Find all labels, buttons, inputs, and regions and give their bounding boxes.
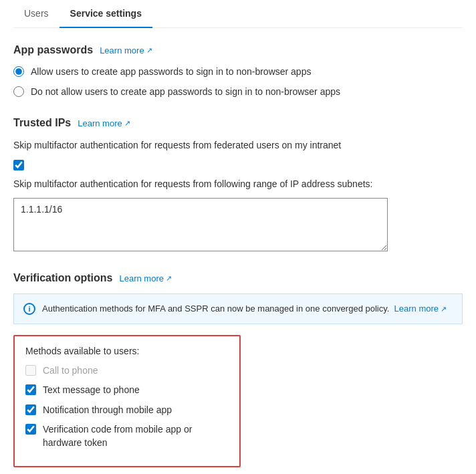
methods-available-title: Methods available to users: [25,346,229,356]
skip-federated-checkbox[interactable] [13,160,24,170]
trusted-ips-external-link-icon: ↗ [124,119,130,128]
notification-mobile-label[interactable]: Notification through mobile app [43,404,172,417]
verification-code-option: Verification code from mobile app or har… [25,423,229,449]
methods-available-box: Methods available to users: Call to phon… [13,335,241,467]
converged-policy-learn-more[interactable]: Learn more ↗ [394,302,447,316]
trusted-ips-learn-more[interactable]: Learn more ↗ [78,118,130,128]
verification-code-checkbox[interactable] [25,424,36,435]
ip-subnets-label: Skip multifactor authentication for requ… [13,177,463,191]
allow-app-passwords-label[interactable]: Allow users to create app passwords to s… [31,66,311,79]
converged-policy-text: Authentication methods for MFA and SSPR … [42,302,447,316]
verification-options-learn-more[interactable]: Learn more ↗ [119,273,171,283]
skip-federated-option [13,159,463,170]
tab-users[interactable]: Users [13,0,60,28]
text-message-label[interactable]: Text message to phone [43,384,140,397]
app-passwords-heading: App passwords [13,44,93,56]
notification-mobile-checkbox[interactable] [25,404,36,415]
skip-federated-label: Skip multifactor authentication for requ… [13,138,463,152]
allow-app-passwords-radio[interactable] [13,66,24,77]
external-link-icon: ↗ [146,46,152,55]
allow-app-passwords-option: Allow users to create app passwords to s… [13,66,463,79]
tab-service-settings[interactable]: Service settings [60,0,152,28]
text-message-option: Text message to phone [25,384,229,397]
converged-policy-external-link-icon: ↗ [441,304,447,315]
app-passwords-learn-more[interactable]: Learn more ↗ [100,45,152,55]
disallow-app-passwords-option: Do not allow users to create app passwor… [13,86,463,99]
verification-options-external-link-icon: ↗ [166,274,172,283]
verification-options-heading: Verification options [13,272,112,284]
app-passwords-section: App passwords Learn more ↗ Allow users t… [13,44,463,98]
notification-mobile-option: Notification through mobile app [25,404,229,417]
info-icon: i [23,303,35,315]
text-message-checkbox[interactable] [25,384,36,395]
trusted-ips-heading: Trusted IPs [13,117,71,129]
ip-subnets-textarea[interactable]: 1.1.1.1/16 [13,198,388,251]
disallow-app-passwords-label[interactable]: Do not allow users to create app passwor… [31,86,340,99]
tabs-nav: Users Service settings [13,0,463,28]
call-to-phone-checkbox[interactable] [25,365,36,376]
trusted-ips-section: Trusted IPs Learn more ↗ Skip multifacto… [13,117,463,253]
call-to-phone-option: Call to phone [25,364,229,378]
verification-options-section: Verification options Learn more ↗ i Auth… [13,272,463,467]
converged-policy-info: i Authentication methods for MFA and SSP… [13,293,463,324]
disallow-app-passwords-radio[interactable] [13,86,24,97]
call-to-phone-label[interactable]: Call to phone [43,364,98,378]
verification-code-label[interactable]: Verification code from mobile app or har… [43,423,229,449]
